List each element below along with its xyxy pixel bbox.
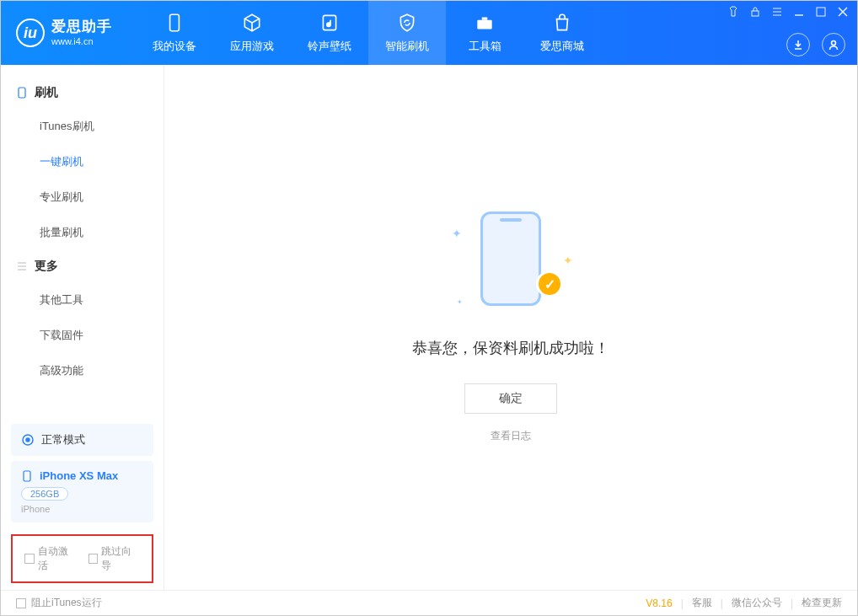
tab-label: 我的设备 (153, 39, 196, 54)
checkbox-block-itunes[interactable]: 阻止iTunes运行 (16, 596, 102, 610)
tab-label: 爱思商城 (540, 39, 584, 54)
device-icon (16, 87, 28, 99)
separator: | (681, 597, 684, 609)
highlighted-options: 自动激活 跳过向导 (11, 534, 153, 583)
svg-rect-5 (817, 8, 825, 16)
separator: | (721, 597, 723, 609)
shirt-icon[interactable] (727, 6, 739, 18)
maximize-icon[interactable] (815, 6, 827, 18)
support-link[interactable]: 客服 (692, 596, 712, 610)
status-bar: 阻止iTunes运行 V8.16 | 客服 | 微信公众号 | 检查更新 (1, 590, 857, 615)
sidebar: 刷机 iTunes刷机 一键刷机 专业刷机 批量刷机 更多 其他工具 下载固件 … (1, 65, 164, 590)
phone-icon (164, 12, 185, 34)
main-tabs: 我的设备 应用游戏 铃声壁纸 智能刷机 工具箱 爱思商城 (136, 1, 601, 65)
nav-itunes-flash[interactable]: iTunes刷机 (1, 109, 164, 144)
svg-rect-10 (24, 471, 30, 481)
sparkle-icon: ✦ (457, 298, 463, 306)
svg-rect-7 (19, 88, 25, 98)
app-title: 爱思助手 (51, 19, 112, 35)
checkbox-icon (88, 554, 99, 564)
device-type: iPhone (21, 504, 143, 514)
tab-toolbox[interactable]: 工具箱 (446, 1, 523, 65)
checkbox-label: 自动激活 (38, 544, 77, 573)
success-message: 恭喜您，保资料刷机成功啦！ (412, 338, 609, 358)
wechat-link[interactable]: 微信公众号 (732, 596, 782, 610)
svg-rect-2 (477, 20, 491, 29)
device-info-box[interactable]: iPhone XS Max 256GB iPhone (11, 461, 153, 522)
section-more: 更多 (1, 250, 164, 282)
app-subtitle: www.i4.cn (51, 36, 112, 47)
logo[interactable]: iu 爱思助手 www.i4.cn (1, 19, 127, 47)
device-mode-box[interactable]: 正常模式 (11, 424, 153, 456)
tab-store[interactable]: 爱思商城 (523, 1, 601, 65)
storage-badge: 256GB (21, 487, 68, 501)
check-update-link[interactable]: 检查更新 (802, 596, 842, 610)
section-label: 更多 (35, 259, 58, 274)
tab-label: 工具箱 (469, 39, 501, 54)
tab-my-device[interactable]: 我的设备 (136, 1, 213, 65)
svg-rect-0 (170, 14, 180, 31)
nav-advanced[interactable]: 高级功能 (1, 353, 164, 388)
toolbox-icon (474, 12, 496, 34)
menu-icon[interactable] (771, 6, 783, 18)
refresh-shield-icon (396, 12, 418, 34)
phone-small-icon (21, 470, 33, 482)
mode-label: 正常模式 (41, 432, 85, 447)
version-label: V8.16 (646, 597, 672, 609)
logo-icon: iu (16, 19, 45, 47)
cube-icon (241, 12, 263, 34)
list-icon (16, 260, 28, 272)
checkbox-icon (24, 554, 35, 564)
device-name-label: iPhone XS Max (40, 469, 118, 482)
section-label: 刷机 (35, 85, 58, 100)
bag-icon (551, 12, 573, 34)
checkbox-icon (16, 598, 26, 608)
tab-label: 铃声壁纸 (308, 39, 351, 54)
checkbox-label: 跳过向导 (101, 544, 140, 573)
tab-apps[interactable]: 应用游戏 (213, 1, 291, 65)
nav-pro-flash[interactable]: 专业刷机 (1, 179, 164, 215)
nav-batch-flash[interactable]: 批量刷机 (1, 215, 164, 250)
app-header: iu 爱思助手 www.i4.cn 我的设备 应用游戏 铃声壁纸 智能刷机 工具… (1, 1, 857, 65)
nav-download-firmware[interactable]: 下载固件 (1, 318, 164, 353)
tab-label: 应用游戏 (230, 39, 274, 54)
check-badge-icon: ✓ (536, 271, 563, 297)
svg-rect-3 (482, 18, 488, 20)
music-note-icon (319, 12, 341, 34)
tab-flash[interactable]: 智能刷机 (368, 1, 446, 65)
view-log-link[interactable]: 查看日志 (491, 429, 531, 443)
svg-point-9 (26, 438, 29, 442)
main-content: ✓ ✦ ✦ ✦ 恭喜您，保资料刷机成功啦！ 确定 查看日志 (164, 65, 857, 590)
sparkle-icon: ✦ (452, 227, 462, 240)
svg-rect-4 (752, 11, 759, 16)
nav-other-tools[interactable]: 其他工具 (1, 282, 164, 318)
success-illustration: ✓ ✦ ✦ ✦ (460, 212, 561, 313)
sparkle-icon: ✦ (563, 254, 573, 267)
separator: | (791, 597, 793, 609)
tab-ringtones[interactable]: 铃声壁纸 (291, 1, 368, 65)
nav-one-click-flash[interactable]: 一键刷机 (1, 144, 164, 179)
ok-button[interactable]: 确定 (464, 383, 557, 414)
lock-icon[interactable] (749, 6, 761, 18)
user-button[interactable] (822, 33, 845, 56)
checkbox-label: 阻止iTunes运行 (31, 596, 102, 610)
checkbox-skip-guide[interactable]: 跳过向导 (88, 544, 141, 573)
svg-point-6 (832, 41, 836, 46)
mode-icon (21, 433, 35, 447)
minimize-icon[interactable] (793, 6, 805, 18)
section-flash: 刷机 (1, 77, 164, 109)
checkbox-auto-activate[interactable]: 自动激活 (24, 544, 77, 573)
tab-label: 智能刷机 (385, 39, 429, 54)
close-icon[interactable] (837, 6, 849, 18)
phone-graphic (480, 212, 541, 306)
download-button[interactable] (786, 33, 810, 56)
